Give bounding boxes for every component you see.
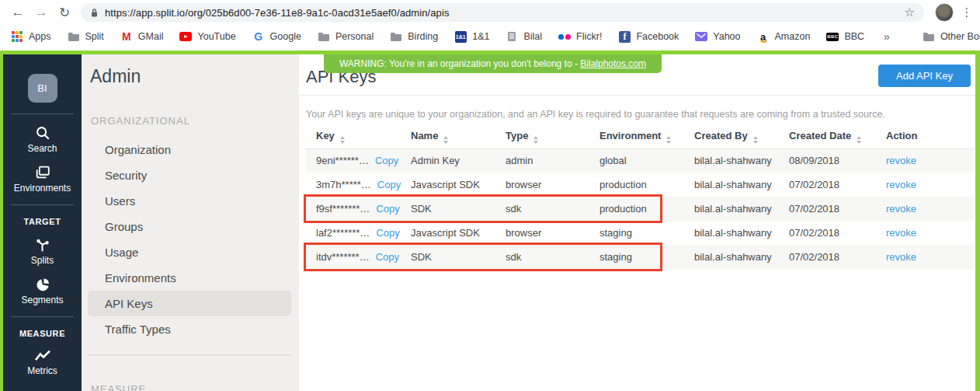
sort-icon[interactable] xyxy=(443,136,448,144)
api-key-masked: 3m7h*****… xyxy=(316,179,371,190)
document-icon xyxy=(506,30,518,43)
admin-nav-item-traffic-types[interactable]: Traffic Types xyxy=(82,316,299,342)
folder-icon xyxy=(68,30,80,43)
browser-profile-avatar[interactable] xyxy=(935,3,954,22)
sidebar-item-label: Environments xyxy=(3,183,82,194)
cell-environment: staging xyxy=(589,221,684,245)
sort-icon[interactable] xyxy=(857,136,861,144)
bookmark-label: 1&1 xyxy=(472,31,489,42)
bookmark-bilal[interactable]: Bilal xyxy=(506,30,542,43)
environments-icon xyxy=(34,164,51,181)
revoke-link[interactable]: revoke xyxy=(886,227,916,239)
folder-icon xyxy=(318,30,330,43)
avatar[interactable]: BI xyxy=(28,74,57,103)
bookmark-facebook[interactable]: f Facebook xyxy=(618,30,679,43)
bookmark-personal[interactable]: Personal xyxy=(318,30,374,43)
add-api-key-button[interactable]: Add API Key xyxy=(878,65,971,87)
sidebar-item-segments[interactable]: Segments xyxy=(3,276,82,305)
bookmark-yahoo[interactable]: Yahoo xyxy=(695,30,740,43)
metrics-icon xyxy=(33,348,52,364)
column-header-created-by[interactable]: Created By xyxy=(684,130,779,148)
cell-created-date: 07/02/2018 xyxy=(779,221,876,245)
sidebar-item-label: Metrics xyxy=(3,365,82,376)
revoke-link[interactable]: revoke xyxy=(886,251,916,263)
admin-nav-item-security[interactable]: Security xyxy=(82,162,299,188)
sidebar-item-search[interactable]: Search xyxy=(3,124,82,154)
copy-link[interactable]: Copy xyxy=(375,155,398,166)
bookmark-star-icon[interactable]: ☆ xyxy=(905,5,915,19)
address-bar[interactable]: https://app.split.io/org/025b6d00-7e36-1… xyxy=(81,3,924,22)
bookmark-flickr[interactable]: Flickr! xyxy=(558,30,602,43)
cell-created-by: bilal.al-shahwany xyxy=(684,221,779,245)
search-icon xyxy=(34,124,51,141)
sidebar-divider xyxy=(11,316,74,317)
gmail-icon: M xyxy=(120,30,133,43)
sort-icon[interactable] xyxy=(533,136,538,144)
bookmark-google[interactable]: G Google xyxy=(252,30,301,43)
refresh-icon[interactable]: ↻ xyxy=(53,5,76,21)
copy-link[interactable]: Copy xyxy=(376,227,399,239)
bookmark-label: Facebook xyxy=(636,31,679,42)
bookmark-youtube[interactable]: YouTube xyxy=(179,30,235,43)
admin-nav-list: Organization Security Users Groups Usage… xyxy=(82,137,299,342)
cell-environment: global xyxy=(589,148,684,173)
table-row: 3m7h*****…Copy Javascript SDK browser pr… xyxy=(306,173,974,197)
bookmark-label: Personal xyxy=(335,31,374,42)
admin-section-measure: MEASURE xyxy=(91,383,299,391)
google-icon: G xyxy=(252,30,265,43)
browser-menu-icon[interactable]: ⋮ xyxy=(954,5,980,19)
bookmark-gmail[interactable]: M GMail xyxy=(120,30,164,43)
bookmark-bbc[interactable]: BBC BBC xyxy=(826,30,864,43)
column-header-type[interactable]: Type xyxy=(495,130,589,148)
sidebar-item-metrics[interactable]: Metrics xyxy=(3,348,82,376)
admin-nav-item-environments[interactable]: Environments xyxy=(82,265,299,291)
column-header-created-date[interactable]: Created Date xyxy=(779,130,876,148)
copy-link[interactable]: Copy xyxy=(377,179,401,190)
bookmark-label: Bilal xyxy=(523,31,542,42)
facebook-icon: f xyxy=(618,30,631,43)
sidebar-item-splits[interactable]: Splits xyxy=(3,236,82,266)
warning-banner: WARNING: You're in an organization you d… xyxy=(324,54,662,73)
back-icon[interactable]: ← xyxy=(6,5,30,20)
yahoo-icon xyxy=(695,30,707,43)
forward-icon[interactable]: → xyxy=(30,5,53,20)
amazon-icon: a xyxy=(757,30,770,43)
folder-icon xyxy=(923,30,935,43)
sort-icon[interactable] xyxy=(666,136,671,144)
sidebar-item-environments[interactable]: Environments xyxy=(3,164,82,194)
bookmark-birding[interactable]: Birding xyxy=(390,30,438,43)
youtube-icon xyxy=(179,30,192,43)
table-header-row: Key Name Type Environment Created By Cre… xyxy=(306,130,974,148)
warning-link[interactable]: Bilalphotos.com xyxy=(580,58,646,69)
warning-text: WARNING: You're in an organization you d… xyxy=(339,58,580,69)
browser-window: ← → ↻ https://app.split.io/org/025b6d00-… xyxy=(0,0,980,391)
sidebar-divider xyxy=(11,204,74,205)
admin-nav-item-usage[interactable]: Usage xyxy=(82,239,299,265)
admin-nav-item-organization[interactable]: Organization xyxy=(82,137,299,162)
admin-nav-item-users[interactable]: Users xyxy=(82,188,299,214)
column-header-key[interactable]: Key xyxy=(306,130,401,148)
revoke-link[interactable]: revoke xyxy=(886,203,916,215)
flickr-icon xyxy=(558,30,571,43)
bookmark-1and1[interactable]: 1&1 1&1 xyxy=(454,30,489,43)
sort-icon[interactable] xyxy=(340,136,345,144)
bookmark-label: Amazon xyxy=(775,31,811,42)
cell-name: Javascript SDK xyxy=(401,173,495,197)
cell-name: Javascript SDK xyxy=(401,221,495,245)
admin-nav-item-api-keys[interactable]: API Keys xyxy=(88,291,291,316)
revoke-link[interactable]: revoke xyxy=(886,155,916,166)
bookmark-label: Apps xyxy=(29,31,51,42)
bookmark-apps[interactable]: Apps xyxy=(11,30,51,43)
column-header-name[interactable]: Name xyxy=(401,130,495,148)
sidebar-item-label: Splits xyxy=(3,255,82,266)
column-header-environment[interactable]: Environment xyxy=(589,130,684,148)
bookmark-amazon[interactable]: a Amazon xyxy=(757,30,811,43)
admin-nav-item-groups[interactable]: Groups xyxy=(82,214,299,239)
cell-type: browser xyxy=(495,173,589,197)
cell-name: Admin Key xyxy=(401,148,495,173)
sort-icon[interactable] xyxy=(753,136,758,144)
bookmarks-overflow-icon[interactable]: » xyxy=(884,30,890,43)
bookmark-other-bookmarks[interactable]: Other Bookmarks xyxy=(923,30,980,43)
bookmark-split[interactable]: Split xyxy=(68,30,104,43)
revoke-link[interactable]: revoke xyxy=(886,179,916,190)
